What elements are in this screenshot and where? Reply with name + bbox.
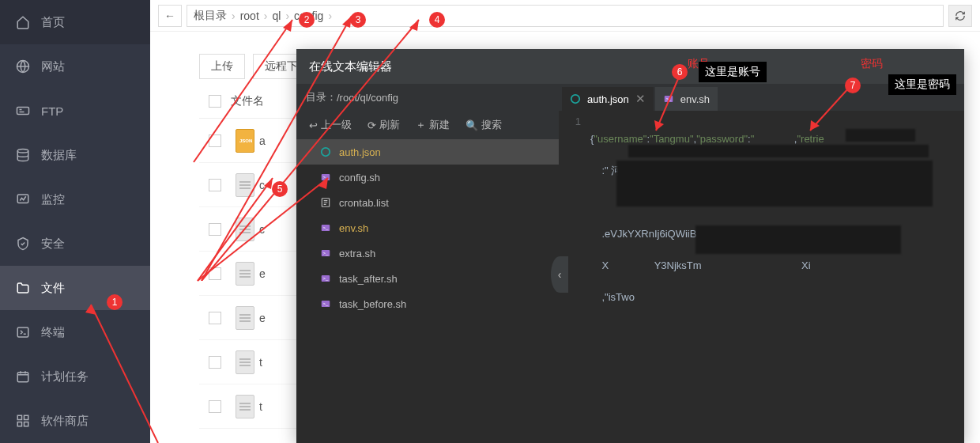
file-type-icon [231,173,259,197]
tool-up[interactable]: ↩ 上一级 [303,115,358,135]
tab-label: env.sh [680,93,710,105]
file-label: task_after.sh [339,273,398,285]
file-label: auth.json [339,146,381,158]
file-type-icon [231,218,259,241]
select-all-checkbox[interactable] [209,95,221,108]
row-checkbox[interactable] [209,312,221,324]
editor-tab[interactable]: >_env.sh [655,87,718,111]
sidebar-item-appstore[interactable]: 软件商店 [0,399,150,443]
sidebar-item-label: 终端 [41,325,65,340]
editor-file-item[interactable]: auth.json [296,139,559,165]
row-checkbox[interactable] [209,356,221,369]
refresh-button[interactable] [948,5,972,27]
editor-file-item[interactable]: >_task_before.sh [296,291,559,316]
home-icon [16,15,30,29]
editor-file-tree: 目录：/root/ql/config ↩ 上一级 ⟳ 刷新 ＋ 新建 🔍 搜索 … [296,84,559,443]
badge-5: 5 [272,181,288,197]
file-type-icon [231,350,259,374]
file-type-icon [231,306,259,330]
anno-password-label: 密码 [861,57,883,71]
editor-tab[interactable]: auth.json✕ [562,87,654,111]
tab-icon: >_ [663,93,674,104]
svg-rect-6 [17,415,21,419]
row-checkbox[interactable] [209,179,221,191]
sidebar-item-label: 软件商店 [41,414,89,429]
svg-text:>_: >_ [323,301,329,306]
file-icon: >_ [320,298,331,309]
badge-1: 1 [107,294,122,310]
svg-point-10 [322,148,330,157]
file-icon [320,197,331,208]
sidebar-item-ftp[interactable]: FTP [0,89,150,133]
file-icon: >_ [320,222,331,233]
sidebar-item-label: 监控 [41,192,65,207]
svg-rect-5 [17,373,28,382]
breadcrumb-seg[interactable]: root [240,9,259,22]
row-checkbox[interactable] [209,267,221,280]
sidebar-item-label: 数据库 [41,148,77,163]
tool-search[interactable]: 🔍 搜索 [459,115,508,135]
editor-path: 目录：/root/ql/config [296,84,559,111]
svg-text:>_: >_ [323,276,329,281]
editor-file-item[interactable]: >_task_after.sh [296,266,559,291]
sidebar-item-label: 首页 [41,15,65,30]
sidebar-item-website[interactable]: 网站 [0,44,150,89]
badge-2: 2 [299,12,315,28]
sidebar-item-label: 安全 [41,237,65,252]
badge-4: 4 [429,12,445,28]
breadcrumb-root[interactable]: 根目录 [194,9,227,23]
back-button[interactable]: ← [158,5,182,27]
ftp-icon [16,104,30,118]
sidebar-item-terminal[interactable]: 终端 [0,310,150,354]
sidebar-item-monitor[interactable]: 监控 [0,177,150,222]
file-label: config.sh [339,172,380,184]
sidebar-item-label: 计划任务 [41,369,89,384]
close-icon[interactable]: ✕ [635,92,646,106]
svg-text:>_: >_ [323,225,329,230]
file-icon: >_ [320,172,331,183]
svg-rect-9 [24,422,28,426]
monitor-icon [16,192,30,206]
svg-rect-8 [17,422,21,426]
anno-password-box: 这里是密码 [888,74,956,95]
breadcrumb-seg[interactable]: ql [272,9,281,22]
file-type-icon [231,262,259,286]
calendar-icon [16,369,30,384]
editor-file-item[interactable]: >_env.sh [296,215,559,240]
svg-text:>_: >_ [323,175,329,180]
sidebar-item-security[interactable]: 安全 [0,222,150,266]
editor-file-item[interactable]: >_config.sh [296,165,559,190]
editor-toolbar: ↩ 上一级 ⟳ 刷新 ＋ 新建 🔍 搜索 [296,111,559,139]
tool-new[interactable]: ＋ 新建 [409,115,456,135]
sidebar-item-cron[interactable]: 计划任务 [0,354,150,399]
row-checkbox[interactable] [209,134,221,147]
folder-icon [16,281,30,295]
sidebar-item-home[interactable]: 首页 [0,0,150,44]
file-label: crontab.list [339,197,389,209]
row-checkbox[interactable] [209,223,221,236]
editor-file-item[interactable]: crontab.list [296,190,559,215]
file-icon: >_ [320,273,331,284]
file-icon: >_ [320,248,331,259]
file-icon [320,146,331,157]
editor-file-item[interactable]: >_extra.sh [296,240,559,266]
svg-rect-7 [24,415,28,419]
badge-3: 3 [350,12,366,28]
file-type-icon [231,395,259,418]
sidebar-item-label: 网站 [41,59,65,74]
tab-icon [570,93,581,104]
sidebar-item-database[interactable]: 数据库 [0,133,150,177]
tool-refresh[interactable]: ⟳ 刷新 [361,115,406,135]
anno-account-box: 这里是账号 [699,62,767,82]
apps-icon [16,414,30,428]
sidebar: 首页 网站 FTP 数据库 监控 安全 文件 终端 计划任务 软件商店 [0,0,150,443]
sidebar-item-files[interactable]: 文件 [0,266,150,310]
breadcrumb-bar: ← 根目录 › root › ql › config › [150,0,980,32]
globe-icon [16,59,30,74]
database-icon [16,148,30,162]
row-checkbox[interactable] [209,400,221,413]
drag-handle[interactable]: ‹ [551,256,568,293]
sidebar-item-label: 文件 [41,281,65,296]
file-label: env.sh [339,222,368,234]
upload-button[interactable]: 上传 [199,54,245,79]
